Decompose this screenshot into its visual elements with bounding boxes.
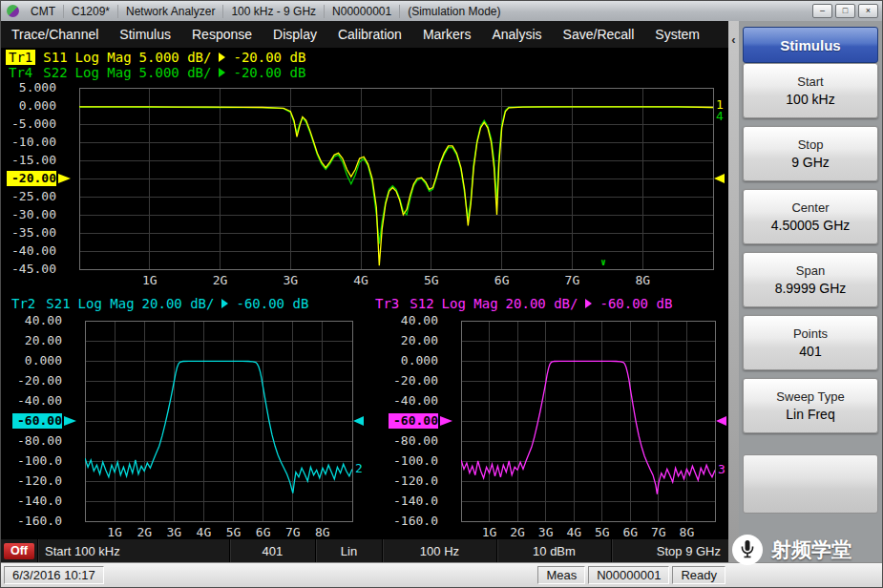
channel-status-bar: Off Start 100 kHz 401 Lin 100 Hz 10 dBm … xyxy=(1,538,728,562)
svg-text:1: 1 xyxy=(716,97,724,112)
svg-text:8G: 8G xyxy=(315,525,330,538)
trace-status-tr3: Tr3 S12 Log Mag 20.00 dB/ -60.00 dB xyxy=(372,296,728,311)
svg-text:40.00: 40.00 xyxy=(25,315,62,327)
status-if-bandwidth: 100 Hz xyxy=(382,539,496,562)
trigger-status-badge: Off xyxy=(4,543,34,559)
trace-format: Log Mag xyxy=(75,50,132,65)
svg-text:-35.00: -35.00 xyxy=(11,225,56,240)
trace-ref: -20.00 dB xyxy=(233,65,305,80)
trace-status-tr2: Tr2 S21 Log Mag 20.00 dB/ -60.00 dB xyxy=(9,296,365,311)
svg-text:-60.00: -60.00 xyxy=(393,413,438,428)
svg-text:7G: 7G xyxy=(651,525,666,538)
maximize-icon[interactable]: □ xyxy=(835,4,855,18)
svg-text:6G: 6G xyxy=(623,525,639,538)
status-sweep-type: Lin xyxy=(315,539,382,562)
status-stop-frequency: Stop 9 GHz xyxy=(611,539,728,562)
menu-calibration[interactable]: Calibration xyxy=(327,27,412,42)
ref-level-marker-icon xyxy=(221,299,228,308)
svg-text:20.00: 20.00 xyxy=(25,333,62,347)
menu-markers[interactable]: Markers xyxy=(412,27,482,42)
menu-response[interactable]: Response xyxy=(181,27,263,42)
svg-text:0.000: 0.000 xyxy=(19,98,56,113)
softkey-sidebar: ‹ Stimulus Start 100 kHz Stop 9 GHz Cent… xyxy=(728,21,882,562)
close-icon[interactable]: × xyxy=(858,4,878,18)
svg-text:-160.0: -160.0 xyxy=(17,514,62,528)
title-app: CMT xyxy=(23,5,63,18)
title-model: C1209* xyxy=(63,5,117,18)
trace-header-top: Tr1 S11 Log Mag 5.000 dB/ -20.00 dB Tr4 … xyxy=(1,48,728,80)
trace-meas: S11 xyxy=(43,50,67,65)
status-power: 10 dBm xyxy=(496,539,611,562)
softkey-span[interactable]: Span 8.9999 GHz xyxy=(743,252,878,307)
s21-plot[interactable]: 40.0020.000.000-20.00-40.00-60.00-80.00-… xyxy=(1,315,365,538)
menu-save-recall[interactable]: Save/Recall xyxy=(553,27,645,42)
trace-format: Log Mag xyxy=(78,296,135,311)
s11-s22-plot[interactable]: 5.0000.000-5.000-10.00-15.00-20.00-25.00… xyxy=(1,80,728,292)
softkey-points[interactable]: Points 401 xyxy=(743,315,878,370)
svg-text:5.000: 5.000 xyxy=(19,80,56,94)
softkey-center[interactable]: Center 4.50005 GHz xyxy=(743,189,878,244)
svg-text:20.00: 20.00 xyxy=(401,333,438,347)
svg-text:-40.00: -40.00 xyxy=(393,393,438,408)
softkey-start[interactable]: Start 100 kHz xyxy=(743,63,878,118)
minimize-icon[interactable]: – xyxy=(812,4,832,18)
trace-select-tr3[interactable]: Tr3 xyxy=(372,296,402,311)
svg-text:-25.00: -25.00 xyxy=(11,189,56,203)
svg-text:-30.00: -30.00 xyxy=(11,207,56,221)
svg-text:1G: 1G xyxy=(107,525,122,538)
svg-text:4G: 4G xyxy=(566,525,581,538)
svg-text:5G: 5G xyxy=(226,525,242,538)
titlebar[interactable]: CMT C1209* Network Analyzer 100 kHz - 9 … xyxy=(1,1,882,21)
svg-text:-80.00: -80.00 xyxy=(393,433,438,448)
svg-text:-120.0: -120.0 xyxy=(393,473,438,488)
status-points: 401 xyxy=(229,539,315,562)
menu-system[interactable]: System xyxy=(644,27,710,42)
softkey-stop[interactable]: Stop 9 GHz xyxy=(743,126,878,181)
svg-text:0.000: 0.000 xyxy=(25,353,62,368)
cmt-logo-icon xyxy=(7,5,19,17)
sidebar-collapse[interactable]: ‹ xyxy=(728,21,739,562)
svg-text:-100.0: -100.0 xyxy=(393,453,438,468)
status-start-frequency: Start 100 kHz xyxy=(37,539,229,562)
svg-text:-100.0: -100.0 xyxy=(17,453,62,468)
trace-select-tr1[interactable]: Tr1 xyxy=(6,50,35,65)
trace-status-tr1: Tr1 S11 Log Mag 5.000 dB/ -20.00 dB xyxy=(6,50,728,65)
svg-text:2: 2 xyxy=(355,461,363,475)
trace-select-tr2[interactable]: Tr2 xyxy=(9,296,38,311)
title-range: 100 kHz - 9 GHz xyxy=(222,5,324,18)
trace-scale: 5.000 dB/ xyxy=(139,50,212,65)
menu-trace-channel[interactable]: Trace/Channel xyxy=(1,27,109,42)
trace-format: Log Mag xyxy=(75,65,132,80)
datetime-display: 6/3/2016 10:17 xyxy=(4,566,104,584)
svg-text:-5.000: -5.000 xyxy=(11,116,56,131)
svg-text:2G: 2G xyxy=(213,273,228,287)
svg-text:-160.0: -160.0 xyxy=(393,514,438,528)
instrument-id: N00000001 xyxy=(588,566,669,584)
ref-level-marker-icon xyxy=(585,299,592,308)
s12-plot[interactable]: 40.0020.000.000-20.00-40.00-60.00-80.00-… xyxy=(365,315,728,538)
svg-text:1G: 1G xyxy=(482,525,497,538)
menu-analysis[interactable]: Analysis xyxy=(481,27,552,42)
svg-text:-15.00: -15.00 xyxy=(11,153,56,167)
ref-level-marker-icon xyxy=(219,68,225,77)
softkey-sweep-type[interactable]: Sweep Type Lin Freq xyxy=(743,378,878,433)
softkey-menu-title: Stimulus xyxy=(743,27,878,63)
svg-text:-120.0: -120.0 xyxy=(17,473,62,488)
vna-application-window: CMT C1209* Network Analyzer 100 kHz - 9 … xyxy=(0,0,883,588)
ref-level-marker-icon xyxy=(219,52,225,62)
svg-text:-140.0: -140.0 xyxy=(393,494,438,508)
instrument-status-bar: 6/3/2016 10:17 Meas N00000001 Ready xyxy=(1,562,882,587)
svg-text:7G: 7G xyxy=(285,525,301,538)
softkey-empty-slot xyxy=(743,454,878,514)
trace-format: Log Mag xyxy=(442,296,498,311)
svg-text:-10.00: -10.00 xyxy=(11,135,56,149)
svg-text:7G: 7G xyxy=(565,273,580,287)
svg-text:40.00: 40.00 xyxy=(401,315,438,327)
chevron-left-icon: ‹ xyxy=(731,32,735,47)
svg-text:-45.00: -45.00 xyxy=(11,262,56,276)
svg-text:-60.00: -60.00 xyxy=(17,413,62,428)
menu-display[interactable]: Display xyxy=(263,27,327,42)
trace-select-tr4[interactable]: Tr4 xyxy=(6,65,35,80)
title-serial: N00000001 xyxy=(324,5,399,18)
menu-stimulus[interactable]: Stimulus xyxy=(109,27,181,42)
